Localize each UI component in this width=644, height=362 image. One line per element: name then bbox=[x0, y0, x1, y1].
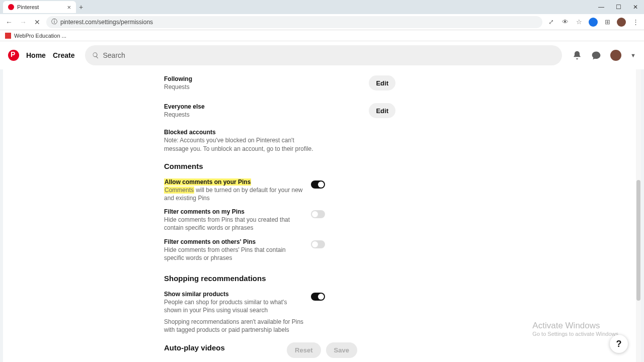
minimize-icon[interactable]: — bbox=[593, 0, 610, 14]
filter-my-sub: Hide comments from Pins that you created… bbox=[164, 216, 305, 232]
address-bar: ← → ✕ ⓘpinterest.com/settings/permission… bbox=[0, 14, 644, 30]
nav-create[interactable]: Create bbox=[53, 51, 75, 59]
install-icon[interactable]: ⤢ bbox=[546, 18, 555, 27]
eye-icon[interactable]: 👁 bbox=[560, 18, 570, 27]
filter-others-sub: Hide comments from others' Pins that con… bbox=[164, 246, 305, 262]
back-button[interactable]: ← bbox=[4, 17, 14, 27]
url-input[interactable]: ⓘpinterest.com/settings/permissions bbox=[46, 16, 542, 28]
new-tab-button[interactable]: + bbox=[76, 3, 86, 11]
maximize-icon[interactable]: ☐ bbox=[610, 0, 627, 14]
following-title: Following bbox=[164, 75, 363, 82]
search-icon bbox=[92, 52, 99, 59]
following-row: Following Requests Edit bbox=[164, 72, 395, 94]
filter-my-title: Filter comments on my Pins bbox=[164, 208, 305, 215]
forward-button: → bbox=[18, 17, 28, 27]
menu-icon[interactable]: ⋮ bbox=[631, 18, 640, 27]
help-button[interactable]: ? bbox=[610, 335, 628, 353]
search-placeholder: Search bbox=[103, 51, 125, 59]
watermark-sub: Go to Settings to activate Windows. bbox=[532, 331, 620, 337]
close-tab-icon[interactable]: × bbox=[67, 4, 71, 11]
blocked-note: Note: Accounts you've blocked on Pintere… bbox=[164, 136, 315, 152]
footer-actions: Reset Save bbox=[3, 342, 641, 358]
settings-content: Following Requests Edit Everyone else Re… bbox=[3, 69, 641, 362]
messages-icon[interactable] bbox=[591, 50, 601, 60]
close-window-icon[interactable]: ✕ bbox=[627, 0, 644, 14]
similar-products-toggle[interactable] bbox=[311, 293, 325, 301]
bookmarks-bar: WebPro Education ... bbox=[0, 30, 644, 41]
blocked-title: Blocked accounts bbox=[164, 129, 395, 136]
extensions-icon[interactable]: ⊞ bbox=[603, 18, 612, 27]
edit-everyone-button[interactable]: Edit bbox=[369, 103, 395, 118]
edit-following-button[interactable]: Edit bbox=[369, 75, 395, 90]
everyone-sub: Requests bbox=[164, 111, 363, 119]
pinterest-favicon bbox=[8, 4, 14, 10]
bookmark-item[interactable]: WebPro Education ... bbox=[14, 33, 66, 39]
similar-sub: People can shop for products similar to … bbox=[164, 298, 305, 314]
pinterest-header: Home Create Search ▼ bbox=[0, 41, 644, 69]
everyone-row: Everyone else Requests Edit bbox=[164, 100, 395, 122]
tab-title: Pinterest bbox=[17, 4, 39, 10]
allow-comments-title: Allow comments on your Pins bbox=[164, 178, 305, 186]
similar-title: Show similar products bbox=[164, 291, 305, 298]
windows-watermark: Activate Windows Go to Settings to activ… bbox=[532, 321, 620, 337]
filter-others-toggle[interactable] bbox=[311, 240, 325, 248]
profile-avatar[interactable] bbox=[617, 18, 626, 27]
bookmark-favicon bbox=[5, 33, 11, 39]
extension-icon[interactable] bbox=[589, 18, 598, 27]
nav-home[interactable]: Home bbox=[26, 51, 46, 59]
everyone-title: Everyone else bbox=[164, 103, 363, 110]
notifications-icon[interactable] bbox=[572, 50, 582, 60]
chevron-down-icon[interactable]: ▼ bbox=[630, 52, 636, 58]
filter-others-row: Filter comments on others' Pins Hide com… bbox=[164, 235, 325, 265]
browser-tab[interactable]: Pinterest × bbox=[3, 1, 76, 13]
reload-button[interactable]: ✕ bbox=[32, 17, 42, 27]
user-avatar[interactable] bbox=[610, 50, 621, 61]
save-button[interactable]: Save bbox=[326, 342, 357, 358]
watermark-title: Activate Windows bbox=[532, 321, 620, 331]
browser-titlebar: Pinterest × + — ☐ ✕ bbox=[0, 0, 644, 14]
allow-comments-sub: Comments will be turned on by default fo… bbox=[164, 186, 305, 202]
scrollbar[interactable] bbox=[636, 69, 641, 362]
filter-my-row: Filter comments on my Pins Hide comments… bbox=[164, 205, 325, 235]
shopping-heading: Shopping recommendations bbox=[164, 274, 395, 283]
following-sub: Requests bbox=[164, 83, 363, 91]
pinterest-logo[interactable] bbox=[8, 50, 19, 61]
autoplay-desc: Auto-play videos on desktop Learn more bbox=[164, 360, 305, 362]
filter-my-toggle[interactable] bbox=[311, 210, 325, 218]
allow-comments-toggle[interactable] bbox=[311, 180, 325, 189]
similar-products-row: Show similar products People can shop fo… bbox=[164, 288, 325, 317]
shopping-note: Shopping recommendations aren't availabl… bbox=[164, 318, 305, 334]
star-icon[interactable]: ☆ bbox=[575, 18, 584, 27]
scrollbar-thumb[interactable] bbox=[636, 180, 640, 301]
allow-comments-row: Allow comments on your Pins Comments wil… bbox=[164, 175, 325, 205]
reset-button[interactable]: Reset bbox=[287, 342, 320, 358]
search-input[interactable]: Search bbox=[85, 45, 562, 65]
url-text: pinterest.com/settings/permissions bbox=[60, 19, 153, 26]
filter-others-title: Filter comments on others' Pins bbox=[164, 238, 305, 245]
comments-heading: Comments bbox=[164, 162, 395, 170]
